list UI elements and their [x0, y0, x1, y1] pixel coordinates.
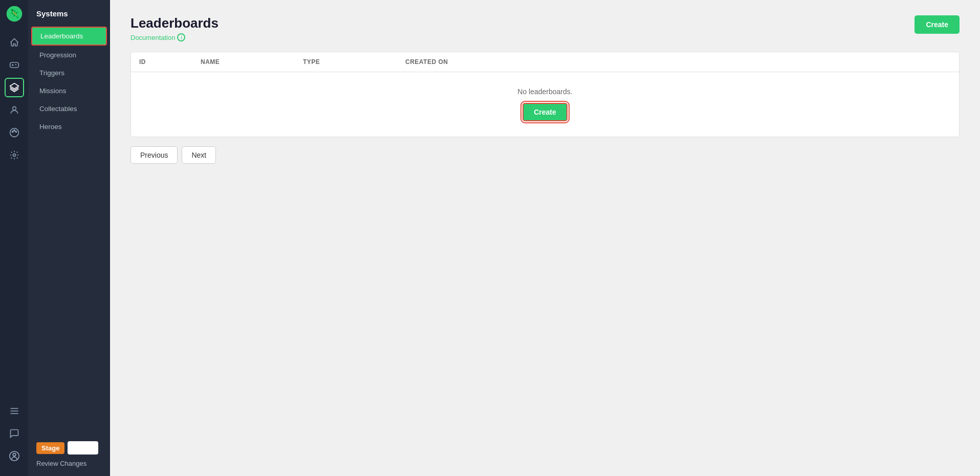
svg-point-8: [15, 131, 17, 133]
page-header: Leaderboards Documentation i Create: [130, 15, 960, 41]
home-nav-icon[interactable]: [5, 33, 24, 52]
create-button-top[interactable]: Create: [914, 15, 960, 34]
documentation-link[interactable]: Documentation i: [130, 33, 219, 41]
main-content: Leaderboards Documentation i Create ID N…: [110, 0, 980, 476]
stage-badge: Stage: [36, 442, 64, 454]
table-body: No leaderboards. Create: [131, 72, 959, 137]
col-created-on: CREATED ON: [397, 52, 959, 72]
page-title-area: Leaderboards Documentation i: [130, 15, 219, 41]
stage-area: Stage Review Changes: [28, 435, 110, 472]
palette-nav-icon[interactable]: [5, 123, 24, 142]
doc-info-icon: i: [177, 33, 185, 41]
svg-point-14: [13, 453, 16, 457]
table-header: ID NAME TYPE CREATED ON: [131, 52, 959, 72]
profile-bottom-icon[interactable]: [5, 446, 24, 466]
leaderboards-table: ID NAME TYPE CREATED ON No leaderboards.…: [130, 52, 960, 137]
create-button-center[interactable]: Create: [522, 103, 568, 121]
review-changes-button[interactable]: Review Changes: [36, 460, 86, 467]
next-button[interactable]: Next: [182, 146, 216, 164]
svg-point-7: [13, 130, 15, 132]
gamepad-nav-icon[interactable]: [5, 55, 24, 75]
user-nav-icon[interactable]: [5, 100, 24, 120]
app-logo[interactable]: 🦎: [6, 5, 23, 25]
svg-point-6: [12, 131, 13, 133]
svg-point-4: [12, 106, 16, 110]
empty-message: No leaderboards.: [517, 88, 572, 96]
icon-sidebar: 🦎: [0, 0, 28, 476]
settings-nav-icon[interactable]: [5, 145, 24, 165]
sidebar-item-progression[interactable]: Progression: [31, 47, 107, 63]
svg-rect-2: [10, 62, 18, 68]
pagination: Previous Next: [130, 146, 960, 164]
col-id: ID: [131, 52, 192, 72]
previous-button[interactable]: Previous: [130, 146, 178, 164]
sidebar-item-triggers[interactable]: Triggers: [31, 64, 107, 81]
stage-input[interactable]: [68, 441, 98, 455]
col-name: NAME: [192, 52, 295, 72]
sidebar-item-missions[interactable]: Missions: [31, 82, 107, 99]
stage-row: Stage: [36, 441, 102, 455]
bottom-icons: [5, 401, 24, 471]
named-sidebar: Systems Leaderboards Progression Trigger…: [28, 0, 110, 476]
sidebar-title: Systems: [28, 4, 110, 26]
sidebar-item-leaderboards[interactable]: Leaderboards: [31, 27, 107, 46]
page-title: Leaderboards: [130, 15, 219, 31]
chat-bottom-icon[interactable]: [5, 424, 24, 443]
svg-text:🦎: 🦎: [9, 8, 20, 19]
sidebar-item-heroes[interactable]: Heroes: [31, 118, 107, 135]
sidebar-item-collectables[interactable]: Collectables: [31, 100, 107, 117]
svg-point-9: [13, 154, 15, 157]
layers-nav-icon[interactable]: [5, 78, 24, 97]
list-bottom-icon[interactable]: [5, 401, 24, 421]
col-type: TYPE: [295, 52, 397, 72]
